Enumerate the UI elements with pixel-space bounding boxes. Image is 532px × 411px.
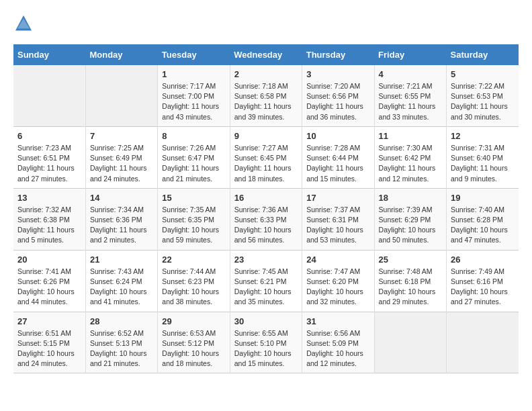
day-number: 29 [162, 316, 225, 326]
calendar-cell: 19Sunrise: 7:40 AM Sunset: 6:28 PM Dayli… [447, 188, 519, 250]
calendar-week-row: 6Sunrise: 7:23 AM Sunset: 6:51 PM Daylig… [13, 126, 519, 188]
day-info: Sunrise: 7:27 AM Sunset: 6:45 PM Dayligh… [234, 143, 298, 184]
day-number: 11 [379, 131, 442, 141]
day-number: 31 [306, 316, 369, 326]
calendar-cell: 21Sunrise: 7:43 AM Sunset: 6:24 PM Dayli… [85, 250, 157, 312]
day-info: Sunrise: 7:28 AM Sunset: 6:44 PM Dayligh… [306, 143, 369, 184]
day-number: 25 [379, 255, 442, 265]
day-number: 5 [451, 69, 515, 79]
day-info: Sunrise: 7:37 AM Sunset: 6:31 PM Dayligh… [306, 205, 369, 246]
calendar-cell: 10Sunrise: 7:28 AM Sunset: 6:44 PM Dayli… [302, 126, 374, 188]
calendar-cell: 4Sunrise: 7:21 AM Sunset: 6:55 PM Daylig… [374, 65, 446, 126]
weekday-header-thursday: Thursday [302, 44, 374, 65]
day-info: Sunrise: 7:35 AM Sunset: 6:35 PM Dayligh… [162, 205, 225, 246]
day-number: 16 [234, 193, 298, 203]
calendar-week-row: 1Sunrise: 7:17 AM Sunset: 7:00 PM Daylig… [13, 65, 519, 126]
calendar-header: SundayMondayTuesdayWednesdayThursdayFrid… [13, 44, 519, 65]
calendar-cell: 7Sunrise: 7:25 AM Sunset: 6:49 PM Daylig… [85, 126, 157, 188]
logo [13, 13, 36, 34]
weekday-header-sunday: Sunday [13, 44, 85, 65]
calendar-cell: 31Sunrise: 6:56 AM Sunset: 5:09 PM Dayli… [302, 312, 374, 373]
day-info: Sunrise: 7:43 AM Sunset: 6:24 PM Dayligh… [90, 267, 153, 308]
day-info: Sunrise: 7:34 AM Sunset: 6:36 PM Dayligh… [90, 205, 153, 246]
day-number: 21 [90, 255, 153, 265]
calendar-cell: 27Sunrise: 6:51 AM Sunset: 5:15 PM Dayli… [13, 312, 85, 373]
day-number: 30 [234, 316, 298, 326]
day-info: Sunrise: 7:31 AM Sunset: 6:40 PM Dayligh… [451, 143, 515, 184]
day-info: Sunrise: 6:52 AM Sunset: 5:13 PM Dayligh… [90, 328, 153, 369]
calendar-body: 1Sunrise: 7:17 AM Sunset: 7:00 PM Daylig… [13, 65, 519, 373]
weekday-header-row: SundayMondayTuesdayWednesdayThursdayFrid… [13, 44, 519, 65]
weekday-header-monday: Monday [85, 44, 157, 65]
calendar-cell: 2Sunrise: 7:18 AM Sunset: 6:58 PM Daylig… [230, 65, 302, 126]
day-number: 28 [90, 316, 153, 326]
day-number: 12 [451, 131, 515, 141]
day-number: 22 [162, 255, 225, 265]
calendar-cell [85, 65, 157, 126]
day-info: Sunrise: 7:26 AM Sunset: 6:47 PM Dayligh… [162, 143, 225, 184]
day-info: Sunrise: 7:22 AM Sunset: 6:53 PM Dayligh… [451, 81, 515, 122]
calendar-cell: 16Sunrise: 7:36 AM Sunset: 6:33 PM Dayli… [230, 188, 302, 250]
calendar-cell: 5Sunrise: 7:22 AM Sunset: 6:53 PM Daylig… [447, 65, 519, 126]
day-info: Sunrise: 7:47 AM Sunset: 6:20 PM Dayligh… [306, 267, 369, 308]
day-number: 4 [379, 69, 442, 79]
day-info: Sunrise: 7:49 AM Sunset: 6:16 PM Dayligh… [451, 267, 515, 308]
day-info: Sunrise: 7:25 AM Sunset: 6:49 PM Dayligh… [90, 143, 153, 184]
day-info: Sunrise: 6:53 AM Sunset: 5:12 PM Dayligh… [162, 328, 225, 369]
day-number: 17 [306, 193, 369, 203]
day-info: Sunrise: 6:56 AM Sunset: 5:09 PM Dayligh… [306, 328, 369, 369]
calendar-week-row: 27Sunrise: 6:51 AM Sunset: 5:15 PM Dayli… [13, 312, 519, 373]
day-number: 24 [306, 255, 369, 265]
calendar-cell [447, 312, 519, 373]
day-number: 27 [17, 316, 81, 326]
calendar-cell: 20Sunrise: 7:41 AM Sunset: 6:26 PM Dayli… [13, 250, 85, 312]
day-number: 2 [234, 69, 298, 79]
day-info: Sunrise: 7:39 AM Sunset: 6:29 PM Dayligh… [379, 205, 442, 246]
calendar-cell: 13Sunrise: 7:32 AM Sunset: 6:38 PM Dayli… [13, 188, 85, 250]
calendar-cell: 1Sunrise: 7:17 AM Sunset: 7:00 PM Daylig… [158, 65, 230, 126]
day-info: Sunrise: 7:36 AM Sunset: 6:33 PM Dayligh… [234, 205, 298, 246]
calendar-cell: 8Sunrise: 7:26 AM Sunset: 6:47 PM Daylig… [158, 126, 230, 188]
day-number: 13 [17, 193, 81, 203]
day-info: Sunrise: 7:17 AM Sunset: 7:00 PM Dayligh… [162, 81, 225, 122]
page-header [13, 13, 519, 34]
day-info: Sunrise: 7:32 AM Sunset: 6:38 PM Dayligh… [17, 205, 81, 246]
calendar-cell: 3Sunrise: 7:20 AM Sunset: 6:56 PM Daylig… [302, 65, 374, 126]
calendar-cell: 14Sunrise: 7:34 AM Sunset: 6:36 PM Dayli… [85, 188, 157, 250]
calendar-cell: 9Sunrise: 7:27 AM Sunset: 6:45 PM Daylig… [230, 126, 302, 188]
day-number: 14 [90, 193, 153, 203]
calendar-week-row: 13Sunrise: 7:32 AM Sunset: 6:38 PM Dayli… [13, 188, 519, 250]
day-info: Sunrise: 7:20 AM Sunset: 6:56 PM Dayligh… [306, 81, 369, 122]
weekday-header-friday: Friday [374, 44, 446, 65]
calendar-cell: 12Sunrise: 7:31 AM Sunset: 6:40 PM Dayli… [447, 126, 519, 188]
logo-icon [13, 13, 34, 34]
weekday-header-saturday: Saturday [447, 44, 519, 65]
calendar-cell: 25Sunrise: 7:48 AM Sunset: 6:18 PM Dayli… [374, 250, 446, 312]
calendar-cell: 15Sunrise: 7:35 AM Sunset: 6:35 PM Dayli… [158, 188, 230, 250]
calendar-cell: 22Sunrise: 7:44 AM Sunset: 6:23 PM Dayli… [158, 250, 230, 312]
calendar-cell: 30Sunrise: 6:55 AM Sunset: 5:10 PM Dayli… [230, 312, 302, 373]
calendar-cell: 24Sunrise: 7:47 AM Sunset: 6:20 PM Dayli… [302, 250, 374, 312]
day-number: 6 [17, 131, 81, 141]
calendar-cell: 28Sunrise: 6:52 AM Sunset: 5:13 PM Dayli… [85, 312, 157, 373]
day-number: 8 [162, 131, 225, 141]
day-number: 10 [306, 131, 369, 141]
day-number: 7 [90, 131, 153, 141]
calendar-cell: 29Sunrise: 6:53 AM Sunset: 5:12 PM Dayli… [158, 312, 230, 373]
day-info: Sunrise: 7:40 AM Sunset: 6:28 PM Dayligh… [451, 205, 515, 246]
calendar-cell: 26Sunrise: 7:49 AM Sunset: 6:16 PM Dayli… [447, 250, 519, 312]
day-info: Sunrise: 6:51 AM Sunset: 5:15 PM Dayligh… [17, 328, 81, 369]
day-number: 20 [17, 255, 81, 265]
calendar-cell [374, 312, 446, 373]
weekday-header-wednesday: Wednesday [230, 44, 302, 65]
day-number: 15 [162, 193, 225, 203]
calendar-week-row: 20Sunrise: 7:41 AM Sunset: 6:26 PM Dayli… [13, 250, 519, 312]
calendar-table: SundayMondayTuesdayWednesdayThursdayFrid… [13, 44, 519, 373]
day-number: 3 [306, 69, 369, 79]
calendar-cell: 17Sunrise: 7:37 AM Sunset: 6:31 PM Dayli… [302, 188, 374, 250]
day-number: 18 [379, 193, 442, 203]
day-info: Sunrise: 7:18 AM Sunset: 6:58 PM Dayligh… [234, 81, 298, 122]
day-info: Sunrise: 7:41 AM Sunset: 6:26 PM Dayligh… [17, 267, 81, 308]
day-info: Sunrise: 7:30 AM Sunset: 6:42 PM Dayligh… [379, 143, 442, 184]
day-info: Sunrise: 7:48 AM Sunset: 6:18 PM Dayligh… [379, 267, 442, 308]
